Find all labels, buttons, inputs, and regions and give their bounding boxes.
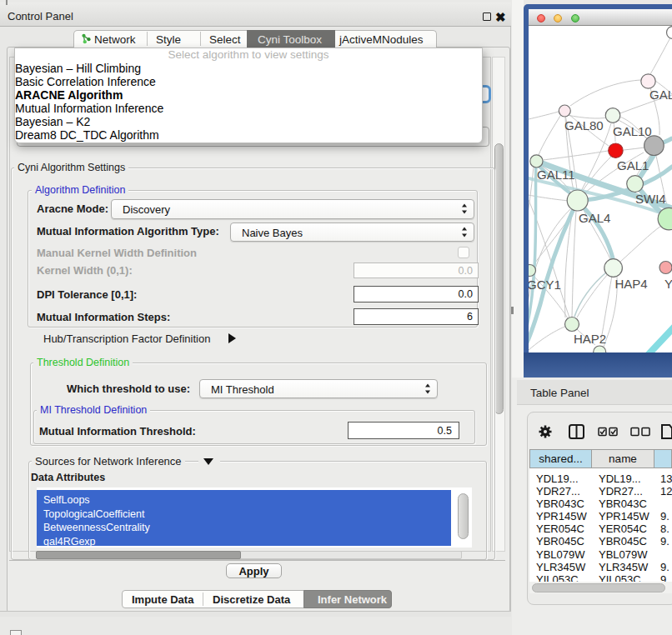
svg-text:HAP4: HAP4 — [615, 277, 648, 291]
svg-text:GAL1: GAL1 — [617, 158, 649, 172]
svg-text:GAL80: GAL80 — [564, 118, 604, 132]
svg-text:GAL7: GAL7 — [649, 88, 672, 102]
svg-text:GAL10: GAL10 — [613, 124, 652, 138]
svg-text:GAL11: GAL11 — [537, 168, 575, 182]
svg-text:SWI4: SWI4 — [635, 192, 666, 206]
svg-text:Y: Y — [664, 277, 672, 291]
svg-text:HAP2: HAP2 — [574, 332, 606, 346]
svg-text:GCY1: GCY1 — [529, 278, 561, 292]
svg-text:GAL4: GAL4 — [579, 211, 610, 225]
